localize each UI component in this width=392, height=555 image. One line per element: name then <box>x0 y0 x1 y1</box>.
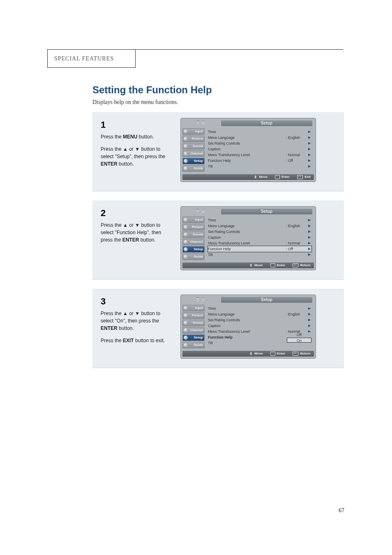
osd-tab-label: Setup <box>194 336 203 339</box>
triangle-right-icon: ▶ <box>307 306 311 311</box>
osd-tab-sound: Sound <box>182 320 205 326</box>
osd-tab-label: Channel <box>190 240 203 244</box>
osd-row-label: Set Rating Controls <box>208 140 286 146</box>
osd-row-label: Tilt <box>208 252 286 258</box>
osd-row-value: : Off <box>286 246 307 252</box>
bold-keyword: EXIT <box>123 338 134 343</box>
triangle-right-icon: ▶ <box>307 240 311 246</box>
osd-tab-sound: Sound <box>182 231 205 238</box>
osd-list: Time▶Menu Language: English▶Set Rating C… <box>205 127 314 173</box>
text-run: Press the ▲ or ▼ button to select "On", … <box>101 311 160 324</box>
osd-tab-label: Setup <box>194 159 203 163</box>
osd-tab-icon <box>184 321 188 325</box>
triangle-right-icon: ▶ <box>307 311 311 317</box>
osd-row-label: Time <box>208 217 286 223</box>
osd-row-label: Function Help <box>208 158 286 164</box>
osd-footer-hint-label: Exit <box>304 174 311 180</box>
step-number: 3 <box>101 295 171 308</box>
osd-screenshot: T VSetupInputPictureSoundChannelSetupGui… <box>180 206 316 270</box>
osd-tab-setup: Setup <box>182 334 205 341</box>
enter-icon <box>275 175 280 179</box>
osd-tab-icon <box>184 313 188 318</box>
osd-body: InputPictureSoundChannelSetupGuideTime▶M… <box>182 216 314 261</box>
osd-tab-label: Sound <box>193 144 203 148</box>
osd-row-label: Time <box>208 306 286 311</box>
osd-tab-label: Channel <box>190 152 203 155</box>
osd-row: Caption▶ <box>208 323 311 329</box>
osd-tab-icon <box>184 159 188 163</box>
osd-tab-channel: Channel <box>182 327 205 334</box>
osd-row: Menu Language: English▶ <box>208 223 311 229</box>
triangle-right-icon: ▶ <box>307 129 311 135</box>
osd-row: Function Help: Off▶ <box>208 246 311 252</box>
osd-tab-label: Guide <box>194 166 203 170</box>
osd-footer-hint-label: Return <box>300 351 311 357</box>
osd-tv-label: T V <box>182 298 219 302</box>
triangle-right-icon: ▶ <box>307 217 311 223</box>
osd-row: Caption▶ <box>208 235 311 240</box>
osd-row-label: Menu Translucency Level <box>208 329 286 334</box>
osd-tab-guide: Guide <box>182 342 205 348</box>
osd-tv-label: T V <box>182 210 219 214</box>
page-number: 67 <box>339 507 344 514</box>
step-number: 1 <box>101 118 171 131</box>
bold-keyword: ENTER <box>101 161 118 167</box>
section-header-text: SPECIAL FEATURES <box>54 55 114 62</box>
osd-tab-picture: Picture <box>182 224 205 230</box>
osd-row: Time▶ <box>208 217 311 223</box>
osd-option: Off <box>287 332 311 337</box>
osd-window: T VSetupInputPictureSoundChannelSetupGui… <box>180 118 316 182</box>
triangle-right-icon: ▶ <box>307 152 311 158</box>
osd-screenshot: T VSetupInputPictureSoundChannelSetupGui… <box>180 295 316 359</box>
text-run: Press the <box>101 338 123 343</box>
osd-tab-guide: Guide <box>182 253 205 260</box>
step-block: 3Press the ▲ or ▼ button to select "On",… <box>92 289 344 368</box>
osd-body: InputPictureSoundChannelSetupGuideTime▶M… <box>182 127 314 173</box>
osd-footer: MoveEnterReturn <box>182 263 314 268</box>
step-instructions: 2Press the ▲ or ▼ button to select "Func… <box>101 206 171 270</box>
osd-row: Menu Translucency Level: Normal▶ <box>208 240 311 246</box>
osd-row: Function Help: Off▶ <box>208 158 311 164</box>
triangle-right-icon: ▶ <box>307 146 311 152</box>
osd-row: Menu Language: English▶ <box>208 135 311 140</box>
osd-row-label: Time <box>208 129 286 135</box>
osd-row: Menu Language: English▶ <box>208 311 311 317</box>
osd-tab-picture: Picture <box>182 136 205 142</box>
osd-tab-input: Input <box>182 305 205 311</box>
updown-icon <box>249 263 253 269</box>
osd-footer-hint: Move <box>249 351 263 357</box>
osd-tab-label: Sound <box>193 321 203 325</box>
osd-tab-label: Sound <box>193 233 203 236</box>
text-run: button to exit. <box>134 338 165 343</box>
osd-footer-hint: Move <box>249 263 263 269</box>
osd-tab-label: Guide <box>194 343 203 347</box>
osd-tab-label: Channel <box>190 328 203 332</box>
osd-tab-label: Input <box>195 129 203 133</box>
osd-footer-hint-label: Enter <box>277 351 285 357</box>
osd-footer-hint: Enter <box>270 263 285 268</box>
triangle-right-icon: ▶ <box>307 252 311 258</box>
text-run: button. <box>137 134 154 140</box>
osd-tab-icon <box>184 166 188 170</box>
osd-tab-channel: Channel <box>182 150 205 157</box>
osd-row-label: Tilt <box>208 340 286 346</box>
text-run: button. <box>139 237 155 243</box>
text-run: button. <box>118 325 134 331</box>
osd-tab-icon <box>184 328 188 332</box>
osd-row-value: : Off <box>286 158 307 164</box>
osd-tab-label: Guide <box>194 255 203 258</box>
osd-footer-hint-label: Enter <box>277 263 285 268</box>
osd-tab-icon <box>184 144 188 148</box>
osd-row: Tilt▶ <box>208 164 311 169</box>
osd-tab-picture: Picture <box>182 312 205 319</box>
osd-footer-hint-label: Enter <box>281 174 290 180</box>
osd-titlebar: T VSetup <box>182 297 314 303</box>
osd-row-label: Menu Language <box>208 223 286 229</box>
osd-row-label: Menu Translucency Level <box>208 240 286 246</box>
osd-title: Setup <box>221 297 312 303</box>
page-content: Setting the Function Help Displays help … <box>92 84 344 377</box>
osd-option-list: OffOn <box>287 332 311 343</box>
osd-row-label: Menu Translucency Level <box>208 152 286 158</box>
osd-footer-hint: Enter <box>275 174 290 180</box>
osd-tab-icon <box>184 129 188 134</box>
